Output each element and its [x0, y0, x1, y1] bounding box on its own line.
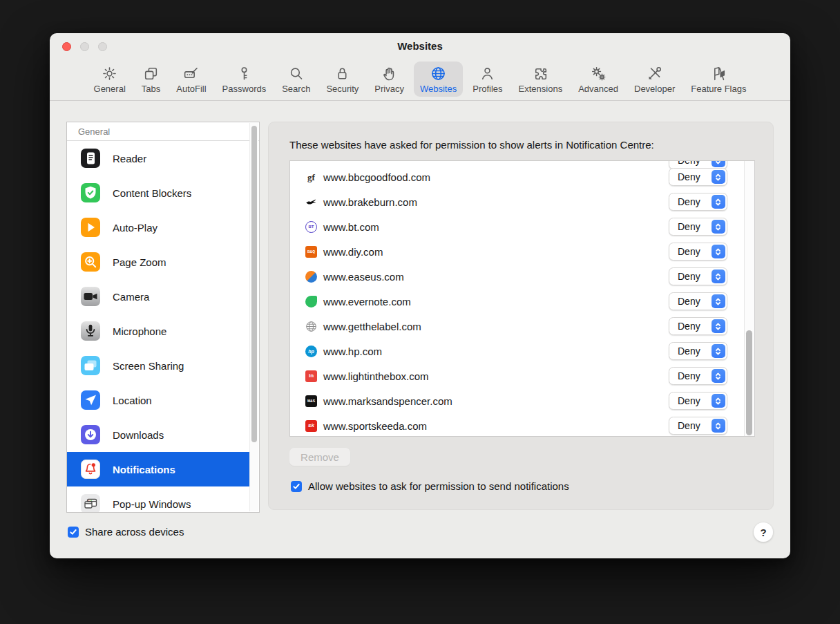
remove-button[interactable]: Remove: [289, 448, 350, 466]
stepper-icon: [712, 170, 725, 184]
tab-general[interactable]: General: [88, 62, 132, 97]
flags-icon: [710, 65, 727, 82]
website-row[interactable]: B&Q www.diy.com Deny: [290, 239, 744, 264]
hp-favicon-icon: hp: [305, 346, 317, 357]
content-blockers-icon: [81, 183, 100, 202]
safari-settings-window: Websites General Tabs AutoFill Passwords…: [50, 33, 790, 558]
tab-security[interactable]: Security: [320, 62, 365, 97]
permission-dropdown[interactable]: Deny: [669, 193, 727, 211]
lock-icon: [334, 65, 351, 82]
website-domain: www.easeus.com: [323, 271, 404, 283]
sidebar-items: Reader Content Blockers Auto-Play Page Z…: [67, 141, 259, 513]
page-zoom-icon: [81, 252, 100, 272]
allow-permission-checkbox[interactable]: [291, 481, 302, 492]
website-row[interactable]: M&S www.marksandspencer.com Deny: [290, 388, 744, 413]
person-icon: [479, 65, 496, 82]
permission-value: Deny: [678, 321, 712, 332]
search-icon: [287, 65, 305, 82]
notifications-panel: These websites have asked for permission…: [268, 122, 774, 510]
tab-profiles[interactable]: Profiles: [466, 62, 508, 97]
sidebar-item-screen-sharing[interactable]: Screen Sharing: [67, 348, 259, 383]
sidebar-item-camera[interactable]: Camera: [67, 279, 259, 314]
permission-dropdown[interactable]: Deny: [669, 243, 727, 261]
website-row[interactable]: www.evernote.com Deny: [290, 289, 744, 314]
stepper-icon: [712, 195, 725, 209]
tab-feature-flags[interactable]: Feature Flags: [685, 62, 752, 97]
sidebar-item-auto-play[interactable]: Auto-Play: [67, 210, 259, 245]
microphone-icon: [81, 321, 100, 341]
stepper-icon: [712, 369, 725, 383]
share-across-devices-row: Share across devices: [68, 526, 184, 538]
tab-tabs[interactable]: Tabs: [135, 62, 166, 97]
tab-privacy[interactable]: Privacy: [368, 62, 410, 97]
website-domain: www.sportskeeda.com: [323, 420, 427, 432]
website-row[interactable]: www.getthelabel.com Deny: [290, 314, 744, 339]
list-scrollbar-thumb[interactable]: [746, 330, 752, 435]
puzzle-icon: [532, 65, 549, 82]
diy-favicon-icon: B&Q: [305, 246, 317, 258]
permission-dropdown[interactable]: Deny: [669, 317, 727, 335]
website-row[interactable]: www.easeus.com Deny: [290, 264, 744, 289]
share-across-devices-checkbox[interactable]: [68, 527, 79, 538]
permission-dropdown[interactable]: Deny: [669, 292, 727, 310]
permission-dropdown[interactable]: Deny: [669, 168, 727, 186]
toolbar: General Tabs AutoFill Passwords Search S…: [50, 58, 790, 101]
permission-value: Deny: [678, 370, 712, 381]
website-domain: www.hp.com: [323, 346, 382, 357]
list-scrollbar: [744, 161, 754, 436]
sidebar-item-notifications[interactable]: Notifications: [67, 452, 251, 486]
popup-windows-icon: [81, 494, 100, 513]
help-button[interactable]: ?: [754, 522, 773, 542]
website-row[interactable]: in www.lightinthebox.com Deny: [290, 363, 744, 388]
sidebar-scrollbar: [249, 123, 258, 511]
notifications-icon: [81, 460, 100, 479]
website-row[interactable]: sk www.sportskeeda.com Deny: [290, 413, 744, 437]
permission-dropdown[interactable]: Deny: [669, 218, 727, 236]
permission-dropdown[interactable]: Deny: [669, 267, 727, 285]
sidebar-item-page-zoom[interactable]: Page Zoom: [67, 245, 259, 279]
sidebar-item-content-blockers[interactable]: Content Blockers: [67, 176, 259, 210]
website-domain: www.marksandspencer.com: [323, 395, 452, 407]
sidebar-item-location[interactable]: Location: [67, 383, 259, 417]
titlebar: Websites: [50, 33, 790, 59]
permission-dropdown[interactable]: Deny: [669, 417, 727, 435]
permission-dropdown[interactable]: Deny: [669, 342, 727, 360]
website-row[interactable]: BT www.bt.com Deny: [290, 214, 744, 239]
website-row[interactable]: gf www.bbcgoodfood.com Deny: [290, 164, 744, 189]
autoplay-icon: [81, 218, 100, 237]
tabs-icon: [142, 65, 160, 82]
bt-favicon-icon: BT: [305, 221, 317, 233]
screen-sharing-icon: [81, 356, 100, 375]
easeus-favicon-icon: [305, 271, 317, 283]
sidebar-item-pop-up-windows[interactable]: Pop-up Windows: [67, 486, 259, 513]
website-row[interactable]: www.brakeburn.com Deny: [290, 189, 744, 214]
tab-developer[interactable]: Developer: [628, 62, 681, 97]
sportskeeda-favicon-icon: sk: [305, 420, 317, 432]
permission-dropdown[interactable]: Deny: [669, 392, 727, 410]
tab-autofill[interactable]: AutoFill: [170, 62, 212, 97]
website-domain: www.evernote.com: [323, 296, 411, 308]
sidebar-scrollbar-thumb[interactable]: [251, 126, 257, 442]
globe-icon: [430, 65, 447, 82]
tab-passwords[interactable]: Passwords: [216, 62, 273, 97]
reader-icon: [81, 149, 100, 168]
tab-advanced[interactable]: Advanced: [572, 62, 624, 97]
stepper-icon: [712, 319, 725, 333]
tab-extensions[interactable]: Extensions: [513, 62, 569, 97]
permission-dropdown[interactable]: Deny: [669, 367, 727, 385]
permission-value: Deny: [678, 395, 712, 406]
permission-value: Deny: [678, 271, 712, 282]
sidebar-item-microphone[interactable]: Microphone: [67, 314, 259, 348]
tab-search[interactable]: Search: [276, 62, 316, 97]
sidebar-item-reader[interactable]: Reader: [67, 141, 259, 176]
tab-websites[interactable]: Websites: [414, 62, 463, 97]
location-icon: [81, 390, 100, 410]
sidebar-item-downloads[interactable]: Downloads: [67, 417, 259, 452]
camera-icon: [81, 287, 100, 306]
key-icon: [236, 65, 253, 82]
website-row[interactable]: hp www.hp.com Deny: [290, 339, 744, 363]
website-domain: www.lightinthebox.com: [323, 370, 429, 382]
stepper-icon: [712, 419, 725, 433]
website-rows: gf www.bbcgoodfood.com Deny www.brakebur…: [290, 164, 744, 437]
tools-icon: [646, 65, 663, 82]
